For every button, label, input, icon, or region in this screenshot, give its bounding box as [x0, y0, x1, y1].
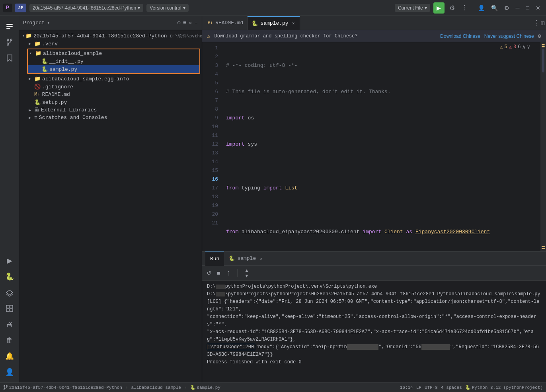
tree-item-setup[interactable]: 🐍 setup.py: [19, 98, 202, 106]
panel-config-icon[interactable]: ≡: [183, 20, 186, 26]
project-name: 20a15f45-af57-4db4-9041-f86151ce28ed-Pyt…: [33, 5, 136, 11]
panel-close-icon[interactable]: ✕: [189, 20, 192, 26]
tree-item-readme[interactable]: M+ README.md: [19, 91, 202, 98]
status-lf[interactable]: LF: [416, 385, 421, 390]
tab-close-icon[interactable]: ✕: [291, 20, 296, 26]
project-selector[interactable]: 20a15f45-af57-4db4-9041-f86151ce28ed-Pyt…: [29, 4, 143, 12]
run-tab-label: Run: [210, 256, 219, 262]
egg-label: alibabacloud_sample.egg-info: [42, 76, 129, 82]
version-control-btn[interactable]: Version control ▾: [146, 4, 188, 12]
svg-rect-9: [6, 309, 9, 312]
search-icon-btn[interactable]: 🔍: [489, 4, 500, 12]
maximize-btn[interactable]: □: [524, 4, 532, 12]
code-editor[interactable]: 12345 678910 1112131415 16 1718192021 # …: [202, 42, 540, 251]
notif-settings-icon[interactable]: ⚙: [538, 33, 541, 39]
current-file-btn[interactable]: Current File ▾: [395, 4, 430, 12]
app-logo: P: [3, 4, 12, 12]
tree-item-venv[interactable]: ▶ 📁 .venv: [19, 40, 202, 48]
bottom-tab-sample[interactable]: 🐍 sample ✕: [224, 252, 267, 266]
editor-scrollbar[interactable]: [540, 42, 546, 251]
editor-tabs: M+ README.md 🐍 sample.py ✕ ⋮ ◫: [202, 16, 546, 30]
sample-tab-close[interactable]: ✕: [260, 256, 262, 261]
status-indent-label: 4 spaces: [441, 385, 462, 390]
sidebar-item-alert[interactable]: 🔔: [2, 349, 17, 363]
cf-arrow: ▾: [425, 5, 427, 11]
status-folder-name: alibabacloud_sample: [131, 385, 181, 390]
panel-minimize-icon[interactable]: –: [195, 20, 198, 26]
console-line-2: D:\ \pythonProjects\pythonProject\0628en…: [207, 291, 541, 298]
status-folder: alibabacloud_sample: [131, 385, 181, 390]
profile-icon[interactable]: 👤: [476, 4, 487, 12]
svg-point-4: [10, 39, 12, 41]
tab-sample[interactable]: 🐍 sample.py ✕: [248, 16, 300, 30]
alibaba-label: alibabacloud_sample: [43, 51, 102, 57]
vc-arrow: ▾: [183, 5, 185, 11]
status-indent[interactable]: 4 spaces: [441, 385, 462, 390]
sidebar-item-layers[interactable]: [2, 285, 17, 300]
tree-item-gitignore[interactable]: 🚫 .gitignore: [19, 83, 202, 91]
badge-down-btn[interactable]: ∨: [527, 44, 530, 50]
console-line-5: "x-acs-request-id":"1CB825B4-3E78-563D-A…: [207, 328, 541, 343]
scrollbar-thumb[interactable]: [542, 49, 544, 72]
more-tool-btn[interactable]: ⋮: [224, 269, 232, 277]
tab-readme[interactable]: M+ README.md: [204, 16, 248, 30]
sidebar-item-person[interactable]: 👤: [2, 365, 17, 379]
sidebar-item-project[interactable]: [2, 19, 17, 33]
tree-root[interactable]: ▾ 📁 20a15f45-af57-4db4-9041-f86151ce28ed…: [19, 32, 202, 40]
egg-folder-icon: 📁: [34, 76, 41, 82]
root-label: 20a15f45-af57-4db4-9041-f86151ce28ed-Pyt…: [33, 33, 202, 39]
sample-tab-label: sample.py: [260, 20, 288, 26]
settings-btn[interactable]: ⚙: [502, 4, 512, 12]
setup-label: setup.py: [42, 99, 67, 105]
stop-btn[interactable]: ■: [216, 269, 221, 277]
badge-up-btn[interactable]: ∧: [522, 44, 525, 50]
line-numbers: 12345 678910 1112131415 16 1718192021: [202, 42, 221, 251]
never-suggest-btn[interactable]: Never suggest Chinese: [484, 33, 534, 39]
tree-item-egg[interactable]: ▶ 📁 alibabacloud_sample.egg-info: [19, 75, 202, 83]
root-path: D:\软件\pythonProj: [170, 34, 202, 39]
scroll-up-btn[interactable]: ▲: [243, 267, 250, 273]
sidebar-item-run[interactable]: ▶: [2, 254, 17, 268]
panel-title-arrow: ▾: [47, 20, 50, 25]
status-file: 🐍 sample.py: [190, 385, 220, 390]
bottom-panel: Run 🐍 sample ✕ ↺ ■ ⋮ ▲ ▼: [202, 251, 546, 382]
status-vcs[interactable]: 20a15f45-af57-4db4-9041-f86151ce28ed-Pyt…: [3, 385, 122, 390]
download-chinese-btn[interactable]: Download Chinese: [440, 33, 480, 39]
scrollbar-warn-2: [542, 46, 545, 47]
file-tree: ▾ 📁 20a15f45-af57-4db4-9041-f86151ce28ed…: [19, 30, 202, 382]
minimize-btn[interactable]: ─: [513, 4, 522, 12]
sidebar-item-print[interactable]: 🖨: [2, 317, 17, 332]
svg-point-3: [7, 39, 9, 41]
bottom-tabs: Run 🐍 sample ✕: [202, 252, 546, 266]
sidebar-item-vcs[interactable]: [2, 35, 17, 49]
setup-py-icon: 🐍: [34, 99, 41, 105]
sidebar-item-trash[interactable]: 🗑: [2, 333, 17, 347]
sidebar-item-bookmark[interactable]: [2, 51, 17, 65]
tree-item-scratches[interactable]: ▶ ≡ Scratches and Consoles: [19, 114, 202, 121]
scrollbar-warn-1: [542, 44, 545, 45]
panel-locate-icon[interactable]: ⊕: [177, 20, 180, 26]
editor-sidebar-toggle[interactable]: ◫: [541, 20, 544, 26]
scroll-down-btn[interactable]: ▼: [243, 273, 250, 279]
status-pos: 16:14: [400, 385, 413, 390]
sidebar-item-python[interactable]: 🐍: [2, 269, 17, 284]
venv-arrow: ▶: [29, 41, 33, 46]
tree-item-extlibs[interactable]: ▶ 🏛 External Libraries: [19, 106, 202, 114]
status-position[interactable]: 16:14: [400, 385, 413, 390]
run-button[interactable]: ▶: [433, 2, 445, 14]
status-python[interactable]: 🐍 Python 3.12 (pythonProject): [465, 385, 543, 390]
rerun-btn[interactable]: ↺: [205, 269, 213, 277]
tree-item-init[interactable]: 🐍 __init__.py: [28, 57, 199, 65]
tree-item-sample[interactable]: 🐍 sample.py: [28, 65, 199, 73]
close-btn[interactable]: ✕: [533, 4, 543, 12]
extlibs-arrow: ▶: [29, 108, 33, 113]
sidebar-item-layout[interactable]: [2, 301, 17, 316]
status-charset[interactable]: UTF-8: [425, 385, 438, 390]
tree-item-alibabacloud[interactable]: ▾ 📁 alibabacloud_sample: [28, 49, 199, 57]
bottom-tab-run[interactable]: Run: [205, 252, 224, 266]
tabs-more-btn[interactable]: ⋮: [533, 19, 540, 27]
settings-icon-btn[interactable]: ⚙: [448, 2, 456, 13]
more-btn[interactable]: ⋮: [460, 2, 469, 13]
readme-md-icon: M+: [34, 92, 41, 98]
svg-rect-8: [10, 305, 13, 308]
